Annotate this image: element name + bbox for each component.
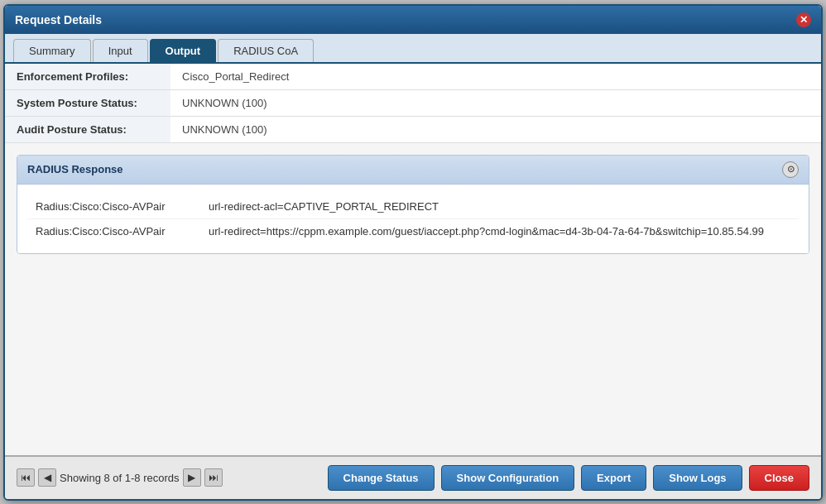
field-label: Enforcement Profiles: <box>5 64 170 90</box>
table-row: Radius:Cisco:Cisco-AVPair url-redirect=h… <box>26 218 800 244</box>
radius-key: Radius:Cisco:Cisco-AVPair <box>26 194 200 219</box>
radius-response-section: RADIUS Response ⊙ Radius:Cisco:Cisco-AVP… <box>17 155 809 254</box>
pager: ⏮ ◀ Showing 8 of 1-8 records ▶ ⏭ <box>17 468 321 487</box>
export-button[interactable]: Export <box>581 465 646 491</box>
pager-next-button[interactable]: ▶ <box>183 468 201 487</box>
request-details-dialog: Request Details ✕ Summary Input Output R… <box>3 4 823 501</box>
tab-bar: Summary Input Output RADIUS CoA <box>5 34 821 64</box>
radius-key: Radius:Cisco:Cisco-AVPair <box>26 218 200 244</box>
pager-prev-button[interactable]: ◀ <box>38 468 56 487</box>
tab-input[interactable]: Input <box>93 39 148 62</box>
table-row: Audit Posture Status: UNKNOWN (100) <box>5 116 821 142</box>
close-button[interactable]: Close <box>749 465 809 491</box>
footer: ⏮ ◀ Showing 8 of 1-8 records ▶ ⏭ Change … <box>5 455 821 499</box>
field-value: UNKNOWN (100) <box>170 116 821 142</box>
table-row: Radius:Cisco:Cisco-AVPair url-redirect-a… <box>26 194 800 219</box>
change-status-button[interactable]: Change Status <box>328 465 435 491</box>
toggle-icon: ⊙ <box>787 164 795 175</box>
pager-first-button[interactable]: ⏮ <box>17 468 35 487</box>
pager-text: Showing 8 of 1-8 records <box>60 472 180 484</box>
show-configuration-button[interactable]: Show Configuration <box>441 465 574 491</box>
table-row: Enforcement Profiles: Cisco_Portal_Redir… <box>5 64 821 90</box>
title-close-button[interactable]: ✕ <box>796 12 811 27</box>
show-logs-button[interactable]: Show Logs <box>653 465 742 491</box>
dialog-title: Request Details <box>15 13 102 26</box>
tab-radius-coa[interactable]: RADIUS CoA <box>218 39 314 62</box>
tab-summary[interactable]: Summary <box>13 39 91 62</box>
radius-table: Radius:Cisco:Cisco-AVPair url-redirect-a… <box>26 193 800 245</box>
tab-output[interactable]: Output <box>150 39 217 62</box>
radius-toggle-button[interactable]: ⊙ <box>782 161 799 178</box>
field-value: Cisco_Portal_Redirect <box>170 64 821 90</box>
radius-value: url-redirect-acl=CAPTIVE_PORTAL_REDIRECT <box>200 194 800 219</box>
title-bar: Request Details ✕ <box>5 6 821 34</box>
table-row: System Posture Status: UNKNOWN (100) <box>5 89 821 116</box>
content-area: Enforcement Profiles: Cisco_Portal_Redir… <box>5 64 821 455</box>
radius-response-header: RADIUS Response ⊙ <box>17 156 809 185</box>
info-table: Enforcement Profiles: Cisco_Portal_Redir… <box>5 64 821 143</box>
field-label: Audit Posture Status: <box>5 116 170 142</box>
radius-response-title: RADIUS Response <box>27 163 123 175</box>
pager-last-button[interactable]: ⏭ <box>204 468 223 487</box>
field-label: System Posture Status: <box>5 89 170 116</box>
radius-value: url-redirect=https://cppm.example.com/gu… <box>200 218 800 244</box>
radius-response-body: Radius:Cisco:Cisco-AVPair url-redirect-a… <box>17 185 809 253</box>
field-value: UNKNOWN (100) <box>170 89 821 116</box>
